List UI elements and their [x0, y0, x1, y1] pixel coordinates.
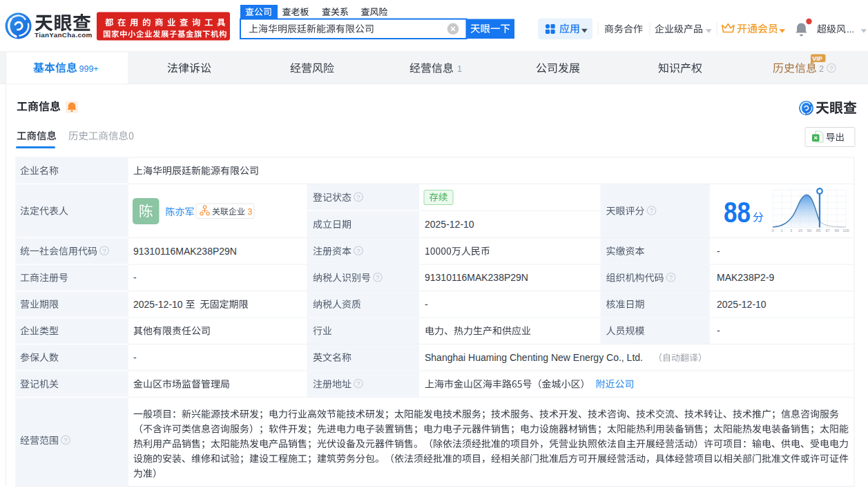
svg-text:91310116MAK238P29N: 91310116MAK238P29N	[425, 272, 528, 283]
svg-text:88: 88	[724, 196, 751, 228]
svg-text:91310116MAK238P29N: 91310116MAK238P29N	[133, 246, 237, 257]
svg-text:2025-12-10: 2025-12-10	[425, 219, 474, 230]
svg-text:MAK238P2-9: MAK238P2-9	[717, 272, 774, 283]
svg-text:?: ?	[356, 193, 360, 201]
svg-text:?: ?	[102, 247, 106, 255]
svg-text:2025-12-10: 2025-12-10	[717, 299, 766, 310]
svg-text:1: 1	[781, 228, 783, 233]
svg-text:15: 15	[798, 228, 802, 233]
svg-text:2: 2	[819, 64, 824, 74]
svg-text:VIP: VIP	[812, 55, 822, 62]
svg-text:?: ?	[64, 436, 67, 444]
svg-text:3: 3	[248, 207, 253, 217]
svg-text:-: -	[717, 246, 720, 257]
svg-text:-: -	[425, 299, 428, 310]
svg-text:97: 97	[825, 228, 829, 233]
svg-text:?: ?	[356, 247, 360, 255]
svg-text:?: ?	[669, 273, 673, 281]
svg-text:50: 50	[807, 228, 811, 233]
svg-text:1: 1	[457, 64, 462, 74]
svg-text:-: -	[717, 325, 720, 336]
svg-text:100: 100	[842, 228, 849, 233]
svg-text:?: ?	[376, 273, 379, 281]
svg-text:0: 0	[771, 228, 773, 233]
svg-text:-: -	[133, 352, 137, 363]
svg-text:?: ?	[356, 380, 360, 387]
svg-text:...: ...	[847, 24, 854, 35]
svg-text:2025-12-10: 2025-12-10	[133, 299, 183, 310]
svg-text:?: ?	[650, 206, 653, 214]
svg-text:Shanghai Huaming Chenting New: Shanghai Huaming Chenting New Energy Co.…	[425, 352, 643, 363]
svg-text:TianYanCha.com: TianYanCha.com	[35, 31, 93, 39]
svg-text:999+: 999+	[79, 64, 99, 74]
svg-text:-: -	[133, 272, 137, 283]
svg-text:?: ?	[829, 64, 833, 72]
svg-text:99: 99	[835, 228, 839, 233]
svg-text:85: 85	[816, 228, 820, 233]
svg-text:3: 3	[790, 228, 792, 233]
